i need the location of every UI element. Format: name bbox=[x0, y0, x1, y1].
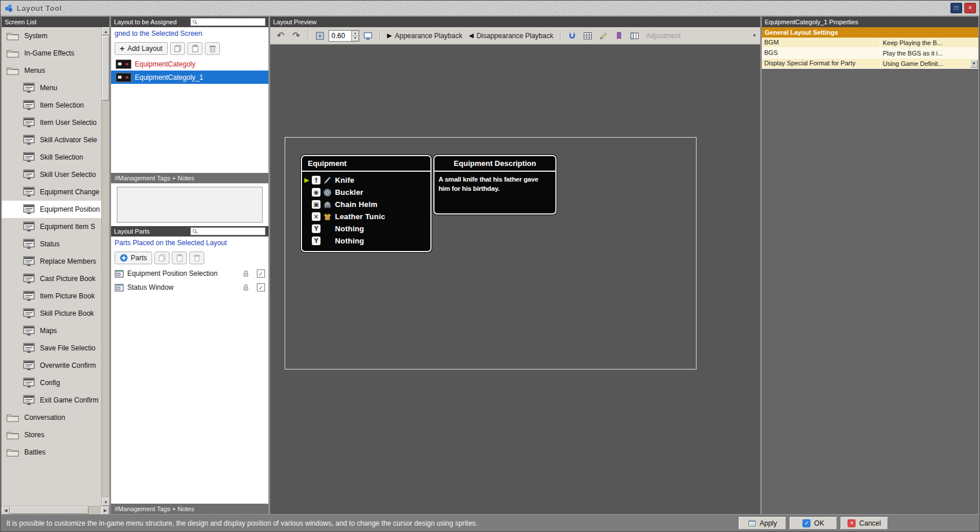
apply-button[interactable]: Apply bbox=[739, 517, 786, 530]
toolbar-overflow-button[interactable]: ▼ bbox=[752, 33, 757, 38]
game-frame[interactable]: Equipment ▶ † Knife ▶ ◉ bbox=[285, 137, 697, 370]
zoom-spinner-up[interactable]: ▲ bbox=[352, 31, 359, 36]
tree-item-label: Exit Game Confirm bbox=[40, 396, 98, 404]
folder-icon bbox=[6, 49, 19, 58]
add-parts-button[interactable]: Parts bbox=[115, 252, 152, 264]
toolbar-separator bbox=[560, 30, 561, 42]
ok-label: OK bbox=[814, 519, 824, 527]
scroll-down-button[interactable]: ▼ bbox=[102, 498, 109, 506]
tree-item[interactable]: Config bbox=[2, 374, 101, 391]
notes-box[interactable] bbox=[117, 187, 263, 223]
visibility-checkbox[interactable]: ✓ bbox=[257, 269, 265, 278]
dropdown-button[interactable]: ▼ bbox=[970, 60, 978, 68]
vertical-scrollbar[interactable]: ▲ ▼ bbox=[101, 27, 109, 506]
equipment-item-row: ▶ ▣ Chain Helm bbox=[304, 198, 428, 210]
lock-icon[interactable] bbox=[242, 269, 250, 278]
description-window[interactable]: Equipment Description A small knife that… bbox=[433, 155, 557, 215]
zoom-spinner-down[interactable]: ▼ bbox=[352, 36, 359, 41]
property-value[interactable]: Play the BGS as it i... bbox=[883, 50, 978, 57]
paste-part-button[interactable] bbox=[172, 252, 187, 264]
part-item[interactable]: Status Window ✓ bbox=[111, 280, 268, 294]
horizontal-scroll-track[interactable] bbox=[10, 507, 101, 514]
layout-item[interactable]: EquipmentCategoly_1 bbox=[111, 71, 268, 84]
layout-search-input[interactable] bbox=[199, 19, 264, 25]
redo-button[interactable]: ↷ bbox=[289, 29, 303, 43]
layout-search[interactable] bbox=[190, 18, 266, 26]
tree-item[interactable]: Equipment Item S bbox=[2, 218, 101, 235]
tree-item-label: System bbox=[24, 32, 47, 40]
tree-item[interactable]: Item User Selectio bbox=[2, 114, 101, 131]
display-button[interactable] bbox=[361, 29, 375, 43]
preview-canvas[interactable]: Equipment ▶ † Knife ▶ ◉ bbox=[270, 45, 760, 514]
cancel-button[interactable]: × Cancel bbox=[841, 517, 888, 530]
grid-button[interactable] bbox=[581, 29, 595, 43]
horizontal-scroll-thumb[interactable] bbox=[10, 507, 89, 514]
tree-item[interactable]: Conversation bbox=[2, 409, 101, 426]
vertical-scroll-track[interactable] bbox=[102, 35, 109, 498]
property-row[interactable]: BGM Keep Playing the B... bbox=[762, 38, 978, 48]
tree-item[interactable]: System bbox=[2, 27, 101, 45]
tree-item[interactable]: Cast Picture Book bbox=[2, 270, 101, 287]
property-row[interactable]: BGS Play the BGS as it i... bbox=[762, 48, 978, 58]
delete-layout-button[interactable] bbox=[205, 42, 220, 55]
horizontal-scrollbar[interactable]: ◀ ▶ bbox=[2, 506, 109, 514]
copy-part-button[interactable] bbox=[154, 252, 170, 264]
add-layout-button[interactable]: + Add Layout bbox=[115, 42, 168, 55]
scroll-up-button[interactable]: ▲ bbox=[102, 27, 109, 35]
parts-search-input[interactable] bbox=[199, 228, 264, 235]
zoom-input[interactable] bbox=[329, 31, 351, 41]
scroll-left-button[interactable]: ◀ bbox=[2, 507, 10, 514]
scroll-right-button[interactable]: ▶ bbox=[101, 507, 109, 514]
property-value[interactable]: Using Game Definit... bbox=[883, 60, 970, 67]
equipment-window[interactable]: Equipment ▶ † Knife ▶ ◉ bbox=[301, 155, 432, 252]
paste-layout-button[interactable] bbox=[187, 42, 202, 55]
layout-preview-panel: Layout Preview ↶ ↷ ▲ ▼ bbox=[270, 17, 760, 514]
snap-button[interactable] bbox=[565, 29, 579, 43]
tree-item[interactable]: Menu bbox=[2, 79, 101, 97]
tree-item[interactable]: Menus bbox=[2, 62, 101, 79]
tree-item[interactable]: Exit Game Confirm bbox=[2, 391, 101, 409]
undo-button[interactable]: ↶ bbox=[274, 29, 288, 43]
tree-item[interactable]: Skill Selection bbox=[2, 149, 101, 166]
tree-item[interactable]: Skill User Selectio bbox=[2, 166, 101, 183]
properties-empty-area bbox=[762, 69, 978, 514]
tree-item[interactable]: Overwrite Confirm bbox=[2, 357, 101, 374]
parts-search[interactable] bbox=[190, 227, 266, 235]
tree-item[interactable]: Stores bbox=[2, 426, 101, 444]
tree-item[interactable]: Equipment Change bbox=[2, 183, 101, 201]
copy-layout-button[interactable] bbox=[170, 42, 185, 55]
ok-button[interactable]: ✓ OK bbox=[790, 517, 837, 530]
tree-item[interactable]: Item Selection bbox=[2, 97, 101, 114]
tree-item[interactable]: Skill Picture Book bbox=[2, 305, 101, 322]
pen-button[interactable] bbox=[596, 29, 610, 43]
layout-item[interactable]: EquipmentCategoly bbox=[111, 57, 268, 71]
disappearance-playback-button[interactable]: ◀ Disappearance Playback bbox=[466, 29, 555, 43]
tree-item[interactable]: Save File Selectio bbox=[2, 339, 101, 357]
titlebar[interactable]: Layout Tool □ × bbox=[1, 1, 979, 17]
panel-grid-button[interactable] bbox=[628, 29, 642, 43]
part-item[interactable]: Equipment Position Selection ✓ bbox=[111, 267, 268, 280]
tree-item[interactable]: Battles bbox=[2, 444, 101, 461]
tree-item[interactable]: Equipment Position bbox=[2, 201, 101, 218]
vertical-scroll-thumb[interactable] bbox=[102, 36, 109, 101]
tree-item-label: Item User Selectio bbox=[40, 119, 97, 127]
tree-item[interactable]: Item Picture Book bbox=[2, 287, 101, 305]
lock-icon[interactable] bbox=[242, 283, 250, 291]
close-button[interactable]: × bbox=[964, 3, 976, 13]
restore-button[interactable]: □ bbox=[950, 3, 962, 13]
properties-rows: BGM Keep Playing the B... BGS Play the B… bbox=[762, 38, 978, 69]
tree-item[interactable]: Skill Activator Sele bbox=[2, 131, 101, 149]
tree-item[interactable]: Status bbox=[2, 235, 101, 253]
property-row[interactable]: Display Special Format for Party Using G… bbox=[762, 58, 978, 69]
fit-screen-icon bbox=[315, 31, 325, 40]
appearance-playback-button[interactable]: ▶ Appearance Playback bbox=[385, 29, 465, 43]
tree-item[interactable]: In-Game Effects bbox=[2, 45, 101, 62]
delete-part-button[interactable] bbox=[189, 252, 204, 264]
tree-item[interactable]: Maps bbox=[2, 322, 101, 339]
visibility-checkbox[interactable]: ✓ bbox=[257, 283, 265, 291]
property-value[interactable]: Keep Playing the B... bbox=[883, 39, 978, 46]
tree-item[interactable]: Replace Members bbox=[2, 253, 101, 270]
cursor-icon: ▶ bbox=[304, 177, 312, 183]
fit-screen-button[interactable] bbox=[313, 29, 327, 43]
marker-button[interactable] bbox=[612, 29, 626, 43]
